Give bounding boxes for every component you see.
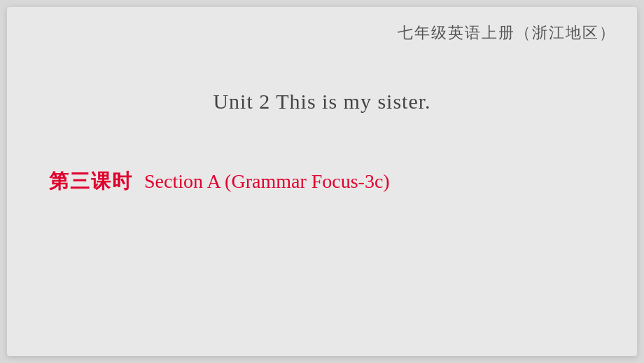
section-english: Section A (Grammar Focus-3c) xyxy=(144,170,390,193)
section-title-container: 第三课时 Section A (Grammar Focus-3c) xyxy=(49,168,390,195)
slide-container: 七年级英语上册（浙江地区） Unit 2 This is my sister. … xyxy=(7,7,637,356)
unit-title: Unit 2 This is my sister. xyxy=(7,90,637,114)
top-right-title: 七年级英语上册（浙江地区） xyxy=(398,22,616,43)
section-chinese: 第三课时 xyxy=(49,168,133,195)
